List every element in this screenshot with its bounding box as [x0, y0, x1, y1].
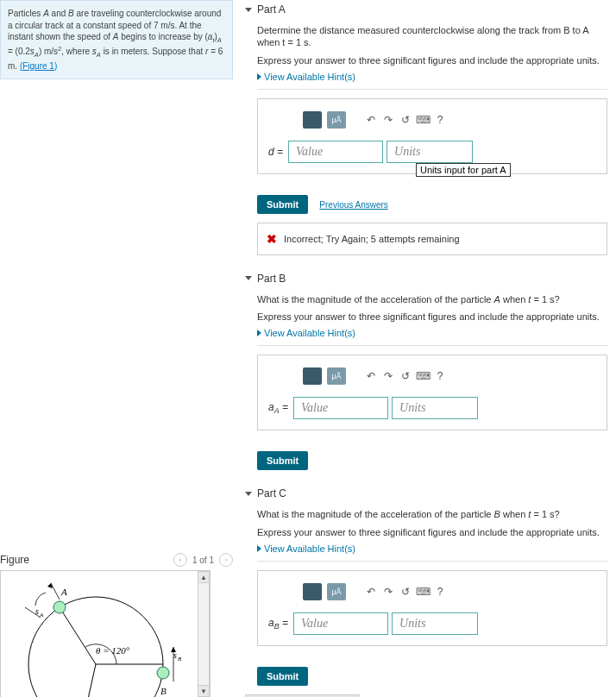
part-a-value-input[interactable]: Value — [288, 141, 383, 163]
part-a-title: Part A — [257, 3, 286, 16]
svg-line-6 — [51, 583, 60, 600]
symbols-button[interactable]: μÅ — [327, 111, 346, 129]
redo-icon[interactable]: ↷ — [382, 370, 394, 382]
template-button[interactable] — [303, 367, 322, 385]
figure-pager-text: 1 of 1 — [192, 556, 214, 565]
keyboard-icon[interactable]: ⌨ — [417, 370, 429, 382]
part-a-prompt: Determine the distance measured counterc… — [257, 24, 607, 49]
part-c-submit-button[interactable]: Submit — [257, 667, 308, 686]
part-a-instr: Express your answer to three significant… — [257, 54, 607, 66]
label-A: A — [60, 587, 67, 597]
svg-point-5 — [157, 667, 169, 679]
svg-point-4 — [53, 601, 66, 613]
part-c-instr: Express your answer to three significant… — [257, 526, 607, 538]
figure-prev-button[interactable]: ‹ — [173, 553, 187, 567]
help-icon[interactable]: ? — [434, 114, 446, 126]
part-b-prompt: What is the magnitude of the acceleratio… — [257, 293, 607, 305]
reset-icon[interactable]: ↺ — [399, 586, 412, 598]
svg-line-1 — [60, 607, 96, 664]
undo-icon[interactable]: ↶ — [365, 586, 377, 598]
keyboard-icon[interactable]: ⌨ — [417, 114, 429, 126]
part-b-value-input[interactable]: Value — [293, 397, 388, 419]
svg-text:A: A — [39, 612, 44, 619]
part-a-header[interactable]: Part A — [245, 0, 607, 19]
incorrect-icon: ✖ — [267, 232, 277, 246]
chevron-right-icon — [257, 330, 261, 336]
part-a-var-label: d = — [268, 146, 283, 158]
label-sA: s — [35, 606, 39, 616]
part-c-var-label: aB = — [268, 617, 288, 631]
chevron-down-icon — [245, 276, 252, 280]
units-tooltip: Units input for part A — [416, 163, 511, 177]
part-c-hints[interactable]: View Available Hint(s) — [257, 543, 607, 554]
part-c-answer-panel: μÅ ↶ ↷ ↺ ⌨ ? aB = Value Units — [257, 570, 607, 646]
part-a-feedback-text: Incorrect; Try Again; 5 attempts remaini… — [284, 234, 460, 244]
part-c-header[interactable]: Part C — [245, 484, 607, 503]
part-a-answer-panel: μÅ ↶ ↷ ↺ ⌨ ? d = Value Units Units input… — [257, 98, 607, 174]
chevron-right-icon — [257, 545, 261, 552]
problem-statement: Particles A and B are traveling counterc… — [0, 0, 233, 79]
chevron-right-icon — [257, 73, 261, 80]
figure-link[interactable]: (Figure 1) — [20, 61, 57, 71]
reset-icon[interactable]: ↺ — [399, 114, 412, 126]
figure-pager: ‹ 1 of 1 › — [173, 553, 233, 567]
symbols-button[interactable]: μÅ — [327, 583, 346, 600]
chevron-down-icon — [245, 492, 252, 496]
symbols-button[interactable]: μÅ — [327, 367, 346, 385]
part-a-submit-button[interactable]: Submit — [257, 195, 308, 214]
keyboard-icon[interactable]: ⌨ — [417, 586, 429, 598]
figure-title: Figure — [0, 554, 29, 566]
svg-line-3 — [81, 664, 96, 697]
part-b-answer-panel: μÅ ↶ ↷ ↺ ⌨ ? aA = Value Units — [257, 355, 607, 430]
part-c-prompt: What is the magnitude of the acceleratio… — [257, 508, 607, 520]
part-c-units-input[interactable]: Units — [392, 612, 478, 635]
figure-scrollbar[interactable] — [198, 583, 210, 685]
redo-icon[interactable]: ↷ — [382, 114, 394, 126]
part-a-units-input[interactable]: Units — [387, 141, 473, 163]
undo-icon[interactable]: ↶ — [365, 370, 377, 382]
part-c-title: Part C — [257, 487, 286, 499]
figure-svg: A s A B s B r θ = 120° — [1, 570, 198, 697]
part-b-header[interactable]: Part B — [245, 269, 607, 288]
part-a-feedback: ✖ Incorrect; Try Again; 5 attempts remai… — [257, 223, 607, 255]
part-c-value-input[interactable]: Value — [293, 612, 388, 635]
help-icon[interactable]: ? — [434, 370, 446, 382]
part-b-units-input[interactable]: Units — [392, 397, 478, 419]
figure-canvas: A s A B s B r θ = 120° ▲ ▼ — [0, 570, 211, 697]
reset-icon[interactable]: ↺ — [399, 370, 412, 382]
part-b-submit-button[interactable]: Submit — [257, 451, 308, 470]
template-button[interactable] — [303, 583, 322, 600]
part-a-hints[interactable]: View Available Hint(s) — [257, 72, 607, 82]
figure-scroll-up[interactable]: ▲ — [198, 571, 210, 583]
part-a-prev-answers[interactable]: Previous Answers — [319, 200, 387, 210]
template-button[interactable] — [303, 111, 322, 129]
chevron-down-icon — [245, 8, 252, 12]
part-b-instr: Express your answer to three significant… — [257, 311, 607, 323]
label-theta: θ = 120° — [96, 645, 130, 656]
figure-scroll-down[interactable]: ▼ — [198, 685, 210, 697]
redo-icon[interactable]: ↷ — [382, 586, 394, 598]
label-B: B — [160, 686, 167, 696]
label-sB: s — [173, 650, 177, 660]
svg-text:B: B — [178, 656, 182, 662]
undo-icon[interactable]: ↶ — [365, 114, 377, 126]
part-b-var-label: aA = — [268, 401, 288, 415]
help-icon[interactable]: ? — [434, 586, 446, 598]
part-b-hints[interactable]: View Available Hint(s) — [257, 328, 607, 338]
figure-next-button[interactable]: › — [219, 553, 233, 567]
part-b-title: Part B — [257, 273, 286, 285]
